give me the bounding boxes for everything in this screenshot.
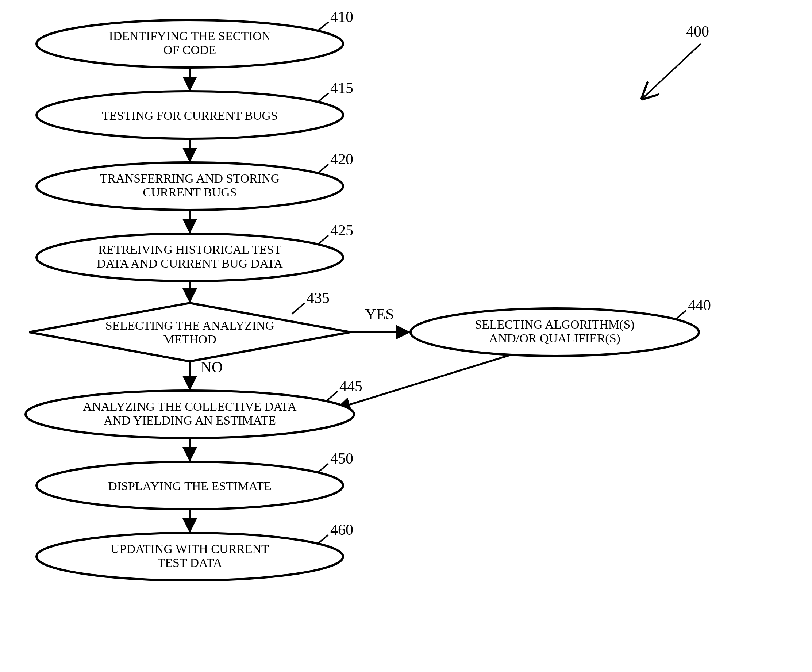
node-update-testdata-line2: TEST DATA [157, 556, 222, 570]
node-display-estimate-ref: 450 [330, 450, 353, 467]
node-select-algorithm: SELECTING ALGORITHM(S) AND/OR QUALIFIER(… [411, 297, 711, 356]
node-test-bugs-line1: TESTING FOR CURRENT BUGS [102, 109, 278, 122]
svg-line-9 [292, 303, 305, 314]
edge-label-yes: YES [365, 306, 394, 323]
node-transfer-store-line2: CURRENT BUGS [143, 186, 237, 199]
node-retrieve-data-line2: DATA AND CURRENT BUG DATA [97, 257, 283, 270]
node-identify-section-ref: 410 [330, 9, 353, 25]
svg-line-3 [317, 93, 328, 102]
svg-line-15 [317, 464, 328, 473]
node-select-method-line1: SELECTING THE ANALYZING [106, 319, 274, 332]
node-retrieve-data: RETREIVING HISTORICAL TEST DATA AND CURR… [36, 222, 353, 281]
figure-ref: 400 [642, 23, 709, 99]
node-analyze-line2: AND YIELDING AN ESTIMATE [104, 414, 276, 427]
node-display-estimate: DISPLAYING THE ESTIMATE 450 [36, 450, 353, 509]
node-identify-section: IDENTIFYING THE SECTION OF CODE 410 [36, 9, 353, 68]
node-select-algorithm-line1: SELECTING ALGORITHM(S) [475, 317, 634, 331]
node-identify-section-line1: IDENTIFYING THE SECTION [109, 29, 270, 43]
node-test-bugs: TESTING FOR CURRENT BUGS 415 [36, 80, 353, 139]
node-display-estimate-line1: DISPLAYING THE ESTIMATE [108, 479, 271, 493]
svg-line-17 [317, 535, 328, 544]
node-analyze-line1: ANALYZING THE COLLECTIVE DATA [83, 400, 297, 413]
node-test-bugs-ref: 415 [330, 80, 353, 96]
svg-line-5 [317, 164, 328, 173]
node-transfer-store-line1: TRANSFERRING AND STORING [100, 172, 280, 185]
svg-line-13 [327, 391, 338, 401]
node-update-testdata-line1: UPDATING WITH CURRENT [111, 542, 269, 556]
edge-label-no: NO [201, 359, 223, 375]
node-identify-section-line2: OF CODE [164, 43, 217, 56]
svg-line-7 [317, 235, 328, 245]
figure-ref-number: 400 [686, 23, 709, 40]
node-analyze: ANALYZING THE COLLECTIVE DATA AND YIELDI… [26, 378, 362, 438]
node-select-method-ref: 435 [307, 290, 329, 306]
node-update-testdata-ref: 460 [330, 521, 353, 538]
figure-ref-arrow [642, 44, 701, 99]
svg-line-11 [675, 310, 686, 320]
node-update-testdata: UPDATING WITH CURRENT TEST DATA 460 [36, 521, 353, 580]
node-retrieve-data-ref: 425 [330, 222, 353, 239]
node-transfer-store: TRANSFERRING AND STORING CURRENT BUGS 42… [36, 151, 353, 210]
node-select-algorithm-ref: 440 [688, 297, 711, 314]
node-retrieve-data-line1: RETREIVING HISTORICAL TEST [98, 243, 281, 256]
node-transfer-store-ref: 420 [330, 151, 353, 167]
node-analyze-ref: 445 [339, 378, 362, 395]
svg-line-1 [317, 22, 328, 31]
node-select-algorithm-line2: AND/OR QUALIFIER(S) [489, 331, 620, 345]
node-select-method-line2: METHOD [163, 333, 216, 346]
flowchart: 400 IDENTIFYING THE SECTION OF CODE 410 … [0, 0, 812, 672]
